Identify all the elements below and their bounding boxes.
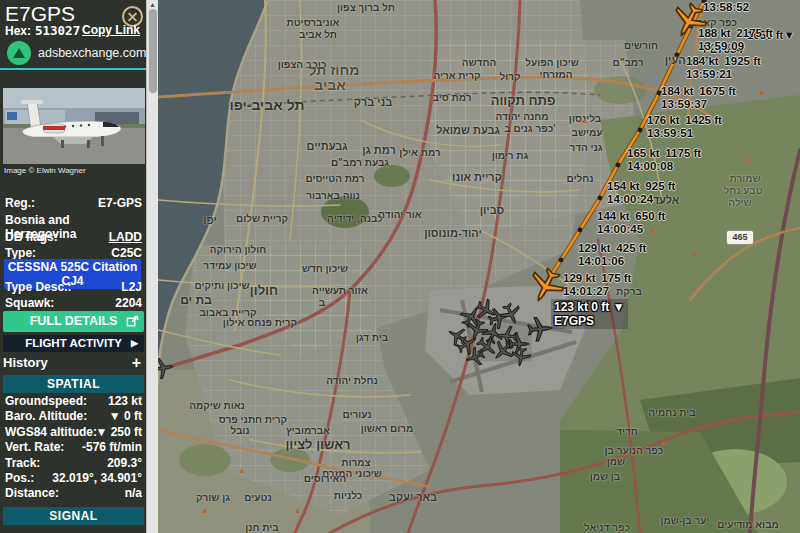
squawk-label: Squawk: [5,296,54,310]
trail-point-dot[interactable] [578,228,583,233]
full-details-label: FULL DETAILS [30,314,118,328]
ground-aircraft-icon[interactable] [465,347,485,367]
dbflags-label: DB flags: [5,230,58,244]
trail-point-dot[interactable] [598,196,603,201]
type-label: Type: [5,246,36,260]
dbflags-row: DB flags: LADD [5,230,142,245]
scrollbar-thumb[interactable] [149,9,157,93]
trail-point-label: 188 kt 2175 ft13:59:09 [698,27,773,53]
spatial-section-header[interactable]: SPATIAL [3,375,144,393]
copy-link[interactable]: Copy Link [82,23,140,37]
flight-activity-label: FLIGHT ACTIVITY [25,337,122,349]
spatial-row: WGS84 altitude:▼ 250 ft [5,425,142,440]
spatial-row: Track:209.3° [5,456,142,471]
spatial-label: WGS84 altitude: [5,425,97,439]
sidebar-scrollbar[interactable]: ▲ [146,0,158,533]
airborne-aircraft-icon[interactable] [671,3,707,39]
trail-point-dot[interactable] [616,163,621,168]
reg-row: Reg.: E7-GPS [5,196,142,211]
spatial-row: Baro. Altitude:▼ 0 ft [5,409,142,424]
external-link-icon [126,315,139,328]
trail-point-label: 129 kt 425 ft14:01:06 [578,242,646,268]
spatial-value: 209.3° [107,456,142,470]
trail-point-dot[interactable] [638,128,643,133]
spatial-label: Pos.: [5,471,34,485]
history-expander[interactable]: History + [3,355,144,372]
hex-label: Hex: [5,24,31,38]
spatial-label: Track: [5,456,40,470]
aircraft-photo[interactable] [3,88,145,164]
selected-aircraft-callsign: E7GPS [554,314,625,328]
plus-icon: + [132,354,141,372]
spatial-row: Vert. Rate:-576 ft/min [5,440,142,455]
typedesc-label: Type Desc.: [5,280,71,294]
spatial-label: Distance: [5,486,59,500]
scroll-up-arrow-icon[interactable]: ▲ [149,1,156,8]
spatial-row: Distance:n/a [5,486,142,501]
trail-point-label: 176 kt 1425 ft13:59:51 [647,114,722,140]
trail-point-label: 165 kt 1175 ft14:00:08 [627,147,701,173]
spatial-value: n/a [125,486,142,500]
spatial-value: ▼ 0 ft [109,409,142,423]
reg-value: E7-GPS [98,196,142,210]
spatial-value: 123 kt [108,394,142,408]
spatial-label: Groundspeed: [5,394,87,408]
brand-link[interactable]: adsbexchange.com [38,46,146,60]
accent-divider [0,68,147,70]
ground-aircraft-icon[interactable] [527,316,553,342]
typedesc-row: Type Desc.: L2J [5,280,142,295]
spatial-value: -576 ft/min [82,440,142,454]
spatial-value: ▼ 250 ft [95,425,142,439]
adsbexchange-app: תל ברוך צפוןאוניברסיטתתל אביבכוכב הצפוןמ… [0,0,800,533]
photo-credit: Image © Elwin Wagner [4,166,86,175]
spatial-rows: Groundspeed:123 ktBaro. Altitude:▼ 0 ftW… [5,394,142,502]
chevron-right-icon: ▶ [131,335,138,352]
trail-point-dot[interactable] [559,258,564,263]
typedesc-value: L2J [121,280,142,294]
adsbexchange-logo-icon [7,41,31,65]
ground-aircraft-icon[interactable] [511,347,531,367]
aircraft-info-sidebar: E7GPS Hex:513027 Copy Link adsbexchange.… [0,0,158,533]
trail-point-label: 144 kt 650 ft14:00:45 [597,210,665,236]
route-shield-465: 465 [726,230,754,245]
trail-point-dot[interactable] [675,53,680,58]
trail-point-label: 129 kt 175 ft14:01:27 [563,272,631,298]
selected-aircraft-speed-alt: 123 kt 0 ft ▼ [554,300,625,314]
dbflags-value-link[interactable]: LADD [109,230,142,244]
brand-row[interactable]: adsbexchange.com [7,40,146,66]
selected-aircraft-label[interactable]: 123 kt 0 ft ▼ E7GPS [551,299,628,329]
spatial-value: 32.019°, 34.901° [52,471,142,485]
hex-row: Hex:513027 [5,23,80,38]
signal-section-header[interactable]: SIGNAL [3,507,144,525]
full-details-button[interactable]: FULL DETAILS [3,311,144,332]
hex-value: 513027 [35,23,80,38]
type-value: C25C [111,246,142,260]
flight-activity-button[interactable]: FLIGHT ACTIVITY ▶ [3,335,144,352]
trail-point-label: 154 kt 925 ft14:00:24 [607,180,675,206]
trail-point-label: 184 kt 1925 ft13:59:21 [686,55,761,81]
squawk-value: 2204 [115,296,142,310]
squawk-row: Squawk: 2204 [5,296,142,311]
reg-label: Reg.: [5,196,35,210]
history-label: History [3,355,48,370]
country-row: Bosnia and Herzegovina [5,213,142,228]
spatial-label: Vert. Rate: [5,440,64,454]
trail-point-label: 184 kt 1675 ft13:59:37 [661,85,736,111]
trail-point-label: 195 kt 2400 ft13:58:52 [703,0,778,14]
ground-aircraft-icon[interactable] [447,326,467,346]
spatial-label: Baro. Altitude: [5,409,87,423]
spatial-row: Groundspeed:123 kt [5,394,142,409]
spatial-row: Pos.:32.019°, 34.901° [5,471,142,486]
